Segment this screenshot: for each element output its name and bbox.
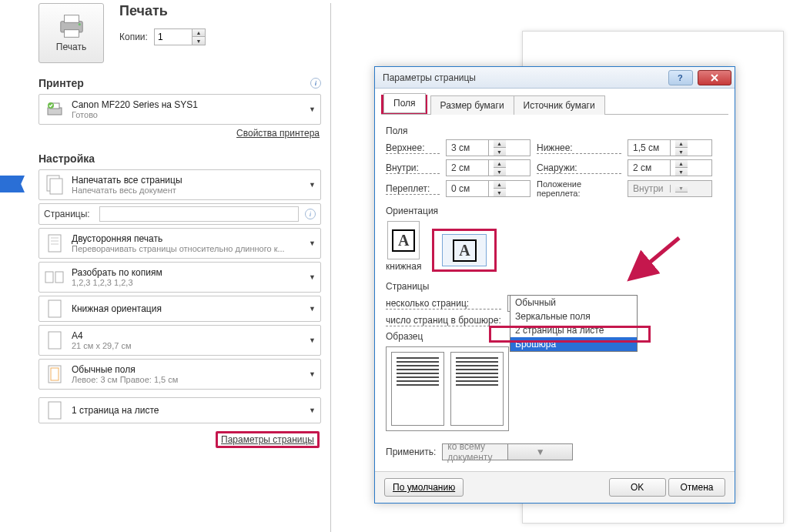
print-button-label: Печать	[56, 42, 86, 52]
orientation-landscape[interactable]: A	[442, 234, 487, 266]
apply-to-dropdown[interactable]: ко всему документу▼	[442, 443, 573, 460]
pages-icon	[44, 175, 65, 195]
dropdown-option[interactable]: Зеркальные поля	[510, 309, 637, 323]
print-range-title: Напечатать все страницы	[72, 175, 303, 186]
svg-rect-8	[50, 179, 62, 194]
dropdown-option[interactable]: Обычный	[510, 296, 637, 309]
top-margin-label: Верхнее:	[386, 142, 440, 154]
ok-button[interactable]: OK	[609, 478, 666, 497]
page-setup-link[interactable]: Параметры страницы	[221, 434, 314, 445]
tab-paper[interactable]: Размер бумаги	[430, 95, 514, 115]
settings-section-header: Настройка	[38, 152, 321, 165]
page-size-icon	[44, 331, 65, 350]
printer-section-header: Принтер i	[38, 77, 321, 89]
copies-up[interactable]: ▲	[192, 29, 205, 37]
svg-rect-2	[64, 30, 79, 38]
help-button[interactable]: ?	[668, 70, 693, 85]
chevron-down-icon: ▼	[309, 407, 316, 414]
printer-info-icon[interactable]: i	[310, 78, 321, 89]
gutter-pos-select: Внутри▼	[628, 180, 712, 197]
pages-label: Страницы:	[44, 209, 90, 219]
printer-icon	[57, 14, 86, 38]
svg-rect-13	[49, 332, 61, 349]
pages-group-title: Страницы	[386, 281, 724, 292]
margins-group-title: Поля	[386, 125, 724, 136]
tab-source[interactable]: Источник бумаги	[514, 95, 605, 115]
chevron-down-icon: ▼	[309, 105, 316, 113]
tab-margins[interactable]: Поля	[383, 93, 426, 113]
multi-pages-dropdown-list[interactable]: Обычный Зеркальные поля 2 страницы на ли…	[510, 295, 638, 352]
printer-status: Готово	[72, 110, 303, 119]
gutter-pos-label: Положение переплета:	[537, 179, 621, 198]
chevron-down-icon: ▼	[309, 181, 316, 189]
svg-rect-9	[49, 235, 61, 252]
orientation-landscape-highlight: A	[432, 229, 497, 272]
dialog-titlebar[interactable]: Параметры страницы ?	[375, 67, 735, 89]
paper-size-chooser[interactable]: A4 21 см x 29,7 см ▼	[38, 325, 321, 356]
printer-status-icon	[44, 100, 65, 119]
chevron-down-icon: ▼	[309, 239, 316, 247]
svg-rect-10	[45, 272, 53, 283]
gutter-input[interactable]: 0 см▲▼	[446, 180, 531, 197]
print-range-chooser[interactable]: Напечатать все страницы Напечатать весь …	[38, 169, 321, 200]
copies-spinner[interactable]: ▲ ▼	[154, 28, 206, 45]
svg-rect-12	[49, 300, 61, 317]
dialog-title: Параметры страницы	[383, 72, 476, 83]
pages-info-icon[interactable]: i	[305, 209, 316, 219]
multi-pages-label: несколько страниц:	[386, 298, 501, 309]
printer-name: Canon MF220 Series на SYS1	[72, 99, 303, 110]
margins-icon	[44, 365, 65, 383]
pages-per-sheet-chooser[interactable]: 1 страница на листе ▼	[38, 397, 321, 423]
collate-chooser[interactable]: Разобрать по копиям 1,2,3 1,2,3 1,2,3 ▼	[38, 262, 321, 293]
print-panel: Печать Печать Копии: ▲ ▼ Принтер i	[38, 3, 331, 532]
dialog-tabs: Поля Размер бумаги Источник бумаги	[381, 95, 728, 115]
printer-chooser[interactable]: Canon MF220 Series на SYS1 Готово ▼	[38, 94, 321, 125]
orientation-chooser[interactable]: Книжная ориентация ▼	[38, 296, 321, 322]
bottom-margin-label: Нижнее:	[537, 142, 621, 154]
copies-down[interactable]: ▼	[192, 37, 205, 45]
svg-point-3	[78, 23, 80, 25]
copies-label: Копии:	[119, 32, 148, 42]
apply-to-label: Применить:	[386, 447, 436, 457]
chevron-down-icon: ▼	[309, 305, 316, 313]
pages-input[interactable]	[99, 206, 299, 222]
inside-margin-input[interactable]: 2 см▲▼	[446, 159, 531, 176]
orientation-portrait[interactable]: A книжная	[386, 221, 421, 272]
cancel-button[interactable]: Отмена	[668, 478, 725, 497]
pages-per-sheet-icon	[44, 401, 65, 420]
top-margin-input[interactable]: 3 см▲▼	[446, 139, 531, 156]
preview-thumbnail	[386, 346, 509, 431]
svg-rect-16	[49, 402, 61, 419]
outside-margin-input[interactable]: 2 см▲▼	[628, 159, 712, 176]
print-title: Печать	[119, 3, 206, 19]
print-button[interactable]: Печать	[38, 3, 104, 63]
duplex-icon	[44, 233, 65, 253]
printer-properties-link[interactable]: Свойства принтера	[236, 128, 320, 139]
page-setup-highlight: Параметры страницы	[216, 431, 320, 448]
margins-chooser[interactable]: Обычные поля Левое: 3 см Правое: 1,5 см …	[38, 359, 321, 390]
copies-input[interactable]	[155, 30, 192, 44]
close-button[interactable]	[698, 70, 731, 85]
svg-rect-1	[64, 15, 79, 23]
page-setup-dialog: Параметры страницы ? Поля Размер бумаги …	[374, 66, 735, 504]
gutter-label: Переплет:	[386, 183, 440, 195]
duplex-chooser[interactable]: Двусторонняя печать Переворачивать стран…	[38, 228, 321, 259]
orientation-group-title: Ориентация	[386, 206, 724, 216]
dropdown-option[interactable]: 2 страницы на листе	[510, 323, 637, 337]
orientation-icon	[44, 299, 65, 318]
outside-margin-label: Снаружи:	[537, 162, 621, 174]
tab-margins-highlight: Поля	[381, 95, 427, 114]
sheets-per-booklet-label: число страниц в брошюре:	[386, 315, 501, 326]
chevron-down-icon: ▼	[309, 336, 316, 344]
print-range-sub: Напечатать весь документ	[72, 186, 303, 195]
pages-row: Страницы: i	[38, 203, 321, 225]
chevron-down-icon: ▼	[309, 273, 316, 281]
svg-text:?: ?	[678, 73, 683, 82]
svg-rect-11	[55, 272, 63, 283]
inside-margin-label: Внутри:	[386, 162, 440, 174]
default-button[interactable]: По умолчанию	[384, 478, 464, 497]
dialog-button-row: По умолчанию OK Отмена	[375, 471, 735, 503]
dropdown-option-selected[interactable]: Брошюра	[510, 337, 637, 351]
collate-icon	[44, 269, 65, 286]
bottom-margin-input[interactable]: 1,5 см▲▼	[628, 139, 712, 156]
